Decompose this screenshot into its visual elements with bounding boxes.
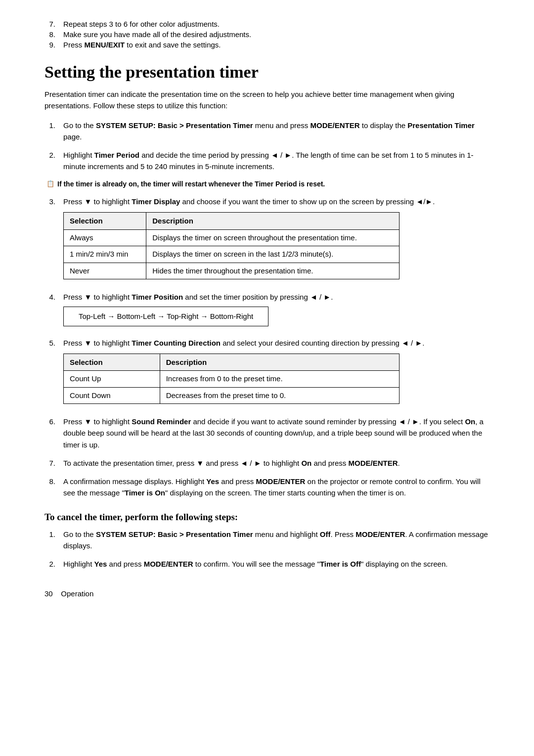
step-8-num: 8.: [44, 476, 55, 499]
table1-desc-1min: Displays the timer on screen in the last…: [146, 246, 400, 263]
table2-selection-countup: Count Up: [64, 371, 160, 388]
table1-header-description: Description: [146, 213, 400, 229]
cancel-step-2: 2. Highlight Yes and press MODE/ENTER to…: [44, 558, 490, 570]
cancel-heading: To cancel the timer, perform the followi…: [44, 512, 490, 523]
step-5-content: Press ▼ to highlight Timer Counting Dire…: [63, 337, 490, 409]
step-2-content: Highlight Timer Period and decide the ti…: [63, 149, 490, 173]
step-7-num: 7.: [44, 457, 55, 469]
footer: 30 Operation: [44, 589, 490, 598]
intro-step-7-text: Repeat steps 3 to 6 for other color adju…: [63, 20, 220, 28]
step-3-content: Press ▼ to highlight Timer Display and c…: [63, 196, 490, 284]
table1-row-1min: 1 min/2 min/3 min Displays the timer on …: [64, 246, 400, 263]
table2-header-description: Description: [160, 354, 399, 370]
note-icon: 📋: [46, 180, 54, 187]
table2-row-countup: Count Up Increases from 0 to the preset …: [64, 371, 400, 388]
intro-step-7: 7. Repeat steps 3 to 6 for other color a…: [44, 20, 490, 28]
intro-paragraph: Presentation timer can indicate the pres…: [44, 89, 490, 112]
note-text: If the timer is already on, the timer wi…: [57, 179, 325, 189]
cancel-step-2-num: 2.: [44, 558, 55, 570]
step-2-num: 2.: [44, 149, 55, 173]
step-8-content: A confirmation message displays. Highlig…: [63, 476, 490, 499]
step-1-content: Go to the SYSTEM SETUP: Basic > Presenta…: [63, 120, 490, 143]
step-4-num: 4.: [44, 291, 55, 330]
table1-desc-always: Displays the timer on screen throughout …: [146, 229, 400, 246]
step-5: 5. Press ▼ to highlight Timer Counting D…: [44, 337, 490, 409]
cancel-step-1-content: Go to the SYSTEM SETUP: Basic > Presenta…: [63, 529, 490, 552]
intro-step-9-text: Press MENU/EXIT to exit and save the set…: [63, 41, 221, 49]
step-6-content: Press ▼ to highlight Sound Reminder and …: [63, 416, 490, 450]
table2-desc-countdown: Decreases from the preset time to 0.: [160, 387, 399, 404]
table2-row-countdown: Count Down Decreases from the preset tim…: [64, 387, 400, 404]
position-box: Top-Left → Bottom-Left → Top-Right → Bot…: [63, 307, 268, 326]
intro-step-8: 8. Make sure you have made all of the de…: [44, 30, 490, 39]
table1-selection-1min: 1 min/2 min/3 min: [64, 246, 146, 263]
table1-header-selection: Selection: [64, 213, 146, 229]
intro-step-7-num: 7.: [44, 20, 55, 28]
table2-header-selection: Selection: [64, 354, 160, 370]
table2-selection-countdown: Count Down: [64, 387, 160, 404]
step-3: 3. Press ▼ to highlight Timer Display an…: [44, 196, 490, 284]
table1-desc-never: Hides the timer throughout the presentat…: [146, 263, 400, 279]
cancel-step-1: 1. Go to the SYSTEM SETUP: Basic > Prese…: [44, 529, 490, 552]
step-8: 8. A confirmation message displays. High…: [44, 476, 490, 499]
step-6: 6. Press ▼ to highlight Sound Reminder a…: [44, 416, 490, 450]
main-steps-list: 1. Go to the SYSTEM SETUP: Basic > Prese…: [44, 120, 490, 499]
intro-step-9-num: 9.: [44, 41, 55, 49]
step-4: 4. Press ▼ to highlight Timer Position a…: [44, 291, 490, 330]
footer-section-label: Operation: [61, 589, 93, 598]
note-box: 📋 If the timer is already on, the timer …: [44, 179, 490, 189]
step-3-num: 3.: [44, 196, 55, 284]
timer-display-table: Selection Description Always Displays th…: [63, 212, 400, 279]
intro-step-9: 9. Press MENU/EXIT to exit and save the …: [44, 41, 490, 49]
table2-desc-countup: Increases from 0 to the preset time.: [160, 371, 399, 388]
footer-page-number: 30: [44, 589, 53, 598]
step-5-num: 5.: [44, 337, 55, 409]
intro-step-8-num: 8.: [44, 30, 55, 39]
step-4-content: Press ▼ to highlight Timer Position and …: [63, 291, 490, 330]
intro-step-8-text: Make sure you have made all of the desir…: [63, 30, 251, 39]
step-1: 1. Go to the SYSTEM SETUP: Basic > Prese…: [44, 120, 490, 143]
table1-row-never: Never Hides the timer throughout the pre…: [64, 263, 400, 279]
step-6-num: 6.: [44, 416, 55, 450]
cancel-steps-list: 1. Go to the SYSTEM SETUP: Basic > Prese…: [44, 529, 490, 570]
step-1-num: 1.: [44, 120, 55, 143]
section-title: Setting the presentation timer: [44, 63, 490, 82]
step-2: 2. Highlight Timer Period and decide the…: [44, 149, 490, 173]
table1-row-always: Always Displays the timer on screen thro…: [64, 229, 400, 246]
step-7-content: To activate the presentation timer, pres…: [63, 457, 490, 469]
cancel-step-1-num: 1.: [44, 529, 55, 552]
intro-steps-list: 7. Repeat steps 3 to 6 for other color a…: [44, 20, 490, 49]
timer-counting-table: Selection Description Count Up Increases…: [63, 354, 400, 404]
step-7: 7. To activate the presentation timer, p…: [44, 457, 490, 469]
table1-selection-never: Never: [64, 263, 146, 279]
table1-selection-always: Always: [64, 229, 146, 246]
cancel-step-2-content: Highlight Yes and press MODE/ENTER to co…: [63, 558, 490, 570]
